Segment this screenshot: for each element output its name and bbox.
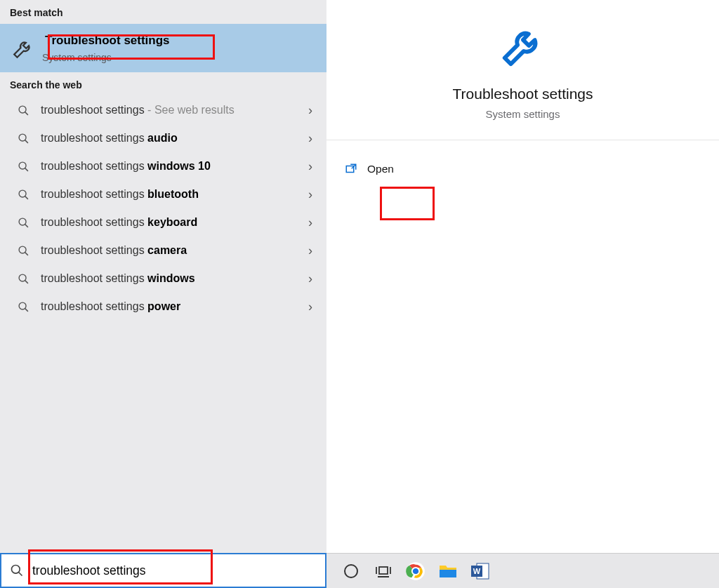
suggestion-text: troubleshoot settings audio — [37, 132, 308, 145]
svg-point-6 — [19, 274, 26, 281]
web-suggestion[interactable]: troubleshoot settings camera› — [0, 236, 326, 265]
svg-text:W: W — [473, 567, 481, 575]
svg-point-13 — [413, 568, 418, 573]
suggestion-text: troubleshoot settings camera — [37, 244, 308, 257]
section-search-web: Search the web — [0, 72, 326, 96]
svg-point-2 — [19, 162, 26, 169]
search-icon — [10, 133, 37, 145]
svg-point-7 — [19, 302, 26, 309]
chevron-right-icon[interactable]: › — [308, 300, 317, 313]
web-suggestion[interactable]: troubleshoot settings - See web results› — [0, 96, 326, 124]
search-icon — [1, 563, 32, 577]
open-icon — [343, 161, 359, 177]
svg-point-10 — [345, 565, 357, 577]
best-match-title: Troubleshoot settings — [42, 33, 173, 48]
svg-point-5 — [19, 246, 26, 253]
chevron-right-icon[interactable]: › — [308, 216, 317, 229]
wrench-icon — [10, 35, 37, 62]
search-icon — [10, 245, 37, 257]
open-action[interactable]: Open — [343, 159, 702, 180]
web-suggestion[interactable]: troubleshoot settings audio› — [0, 124, 326, 152]
cortana-icon[interactable] — [335, 555, 367, 587]
search-icon — [10, 105, 37, 116]
suggestion-text: troubleshoot settings windows — [37, 272, 308, 285]
web-suggestion[interactable]: troubleshoot settings bluetooth› — [0, 180, 326, 208]
suggestion-text: troubleshoot settings keyboard — [37, 216, 308, 229]
open-action-label: Open — [367, 163, 394, 175]
svg-point-0 — [19, 106, 26, 113]
suggestion-text: troubleshoot settings - See web results — [37, 104, 308, 116]
best-match-subtitle: System settings — [42, 52, 173, 63]
web-suggestion[interactable]: troubleshoot settings power› — [0, 293, 326, 321]
chevron-right-icon[interactable]: › — [308, 272, 317, 285]
suggestion-text: troubleshoot settings bluetooth — [37, 188, 308, 201]
chevron-right-icon[interactable]: › — [308, 160, 317, 173]
svg-rect-11 — [379, 567, 388, 574]
search-icon — [10, 301, 37, 313]
section-best-match: Best match — [0, 0, 326, 24]
search-icon — [10, 189, 37, 201]
search-input[interactable] — [32, 563, 325, 578]
search-bar[interactable] — [0, 553, 326, 588]
web-suggestion[interactable]: troubleshoot settings windows 10› — [0, 152, 326, 180]
wrench-icon — [499, 21, 548, 70]
chevron-right-icon[interactable]: › — [308, 188, 317, 201]
web-suggestion[interactable]: troubleshoot settings keyboard› — [0, 208, 326, 236]
search-results-panel: Best match Troubleshoot settings System … — [0, 0, 326, 553]
chevron-right-icon[interactable]: › — [308, 104, 317, 116]
file-explorer-icon[interactable] — [432, 555, 464, 587]
chevron-right-icon[interactable]: › — [308, 132, 317, 145]
task-view-icon[interactable] — [367, 555, 400, 587]
search-icon — [10, 273, 37, 285]
web-suggestion[interactable]: troubleshoot settings windows› — [0, 265, 326, 293]
search-icon — [10, 217, 37, 229]
taskbar: W — [326, 553, 719, 588]
svg-point-4 — [19, 218, 26, 225]
best-match-item[interactable]: Troubleshoot settings System settings — [0, 24, 326, 72]
chevron-right-icon[interactable]: › — [308, 244, 317, 257]
svg-point-9 — [12, 566, 20, 574]
chrome-icon[interactable] — [400, 555, 432, 587]
detail-panel: Troubleshoot settings System settings Op… — [326, 0, 719, 553]
svg-point-1 — [19, 134, 26, 141]
detail-title: Troubleshoot settings — [452, 86, 593, 102]
suggestion-text: troubleshoot settings windows 10 — [37, 160, 308, 173]
suggestion-text: troubleshoot settings power — [37, 300, 308, 313]
svg-point-3 — [19, 190, 26, 197]
detail-subtitle: System settings — [486, 108, 560, 120]
search-icon — [10, 161, 37, 173]
word-icon[interactable]: W — [464, 555, 496, 587]
